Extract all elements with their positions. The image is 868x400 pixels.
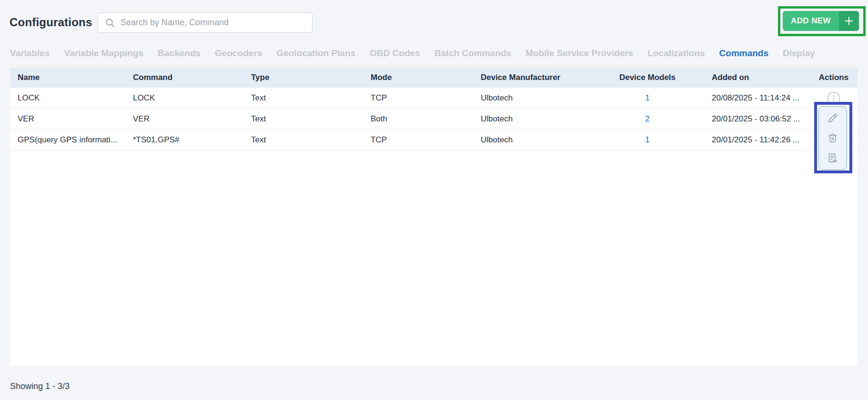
cell-command: VER (125, 114, 243, 124)
col-header-name: Name (10, 73, 125, 82)
add-new-button[interactable]: ADD NEW (783, 11, 859, 31)
commands-table: Name Command Type Mode Device Manufactur… (10, 68, 858, 366)
device-models-link[interactable]: 1 (645, 93, 649, 102)
cell-added-on: 20/01/2025 - 11:42:26 ... (683, 135, 810, 145)
cell-mode: Both (363, 114, 473, 124)
cell-manufacturer: Ulbotech (473, 135, 612, 145)
tab-mobile-service-providers[interactable]: Mobile Service Providers (525, 48, 633, 59)
cell-manufacturer: Ulbotech (473, 93, 612, 103)
tab-backends[interactable]: Backends (158, 48, 201, 59)
cell-manufacturer: Ulbotech (473, 114, 612, 124)
col-header-command: Command (125, 73, 243, 82)
tab-geolocation-plans[interactable]: Geolocation Plans (276, 48, 355, 59)
col-header-device-models: Device Models (612, 73, 683, 82)
cell-added-on: 20/01/2025 - 03:06:52 ... (683, 114, 810, 124)
plus-icon (839, 11, 859, 31)
cell-name: GPS(query GPS informati... (10, 135, 125, 145)
add-new-label: ADD NEW (783, 11, 839, 31)
search-icon (105, 18, 115, 28)
tab-localizations[interactable]: Localizations (647, 48, 705, 59)
tab-display[interactable]: Display (783, 48, 815, 59)
tab-variable-mappings[interactable]: Variable Mappings (64, 48, 143, 59)
cell-mode: TCP (363, 135, 473, 145)
tab-variables[interactable]: Variables (10, 48, 50, 59)
col-header-added-on: Added on (683, 73, 810, 82)
cell-added-on: 20/08/2025 - 11:14:24 ... (683, 93, 810, 103)
cell-name: VER (10, 114, 125, 124)
tab-batch-commands[interactable]: Batch Commands (434, 48, 512, 59)
col-header-device-manufacturer: Device Manufacturer (473, 73, 612, 82)
tab-commands[interactable]: Commands (719, 48, 768, 59)
table-row: VER VER Text Both Ulbotech 2 20/01/2025 … (10, 109, 858, 130)
cell-type: Text (243, 114, 363, 124)
search-box[interactable] (98, 12, 313, 33)
cell-mode: TCP (363, 93, 473, 103)
col-header-mode: Mode (363, 73, 473, 82)
col-header-actions: Actions (810, 73, 858, 82)
cell-command: LOCK (125, 93, 243, 103)
configurations-page: Configurations ADD NEW Variables Variabl… (0, 0, 868, 400)
pagination-status: Showing 1 - 3/3 (10, 381, 70, 391)
col-header-type: Type (243, 73, 363, 82)
page-title: Configurations (10, 16, 92, 29)
device-models-link[interactable]: 1 (645, 135, 649, 144)
search-input[interactable] (121, 18, 305, 28)
actions-menu-highlight-box (814, 102, 852, 173)
cell-name: LOCK (10, 93, 125, 103)
tab-obd-codes[interactable]: OBD Codes (370, 48, 420, 59)
cell-type: Text (243, 135, 363, 145)
config-tabs: Variables Variable Mappings Backends Geo… (10, 48, 815, 59)
table-row: LOCK LOCK Text TCP Ulbotech 1 20/08/2025… (10, 88, 858, 109)
cell-command: *TS01,GPS# (125, 135, 243, 145)
cell-type: Text (243, 93, 363, 103)
tab-geocoders[interactable]: Geocoders (215, 48, 262, 59)
table-header-row: Name Command Type Mode Device Manufactur… (10, 68, 858, 88)
device-models-link[interactable]: 2 (645, 114, 649, 123)
table-row: GPS(query GPS informati... *TS01,GPS# Te… (10, 130, 858, 150)
